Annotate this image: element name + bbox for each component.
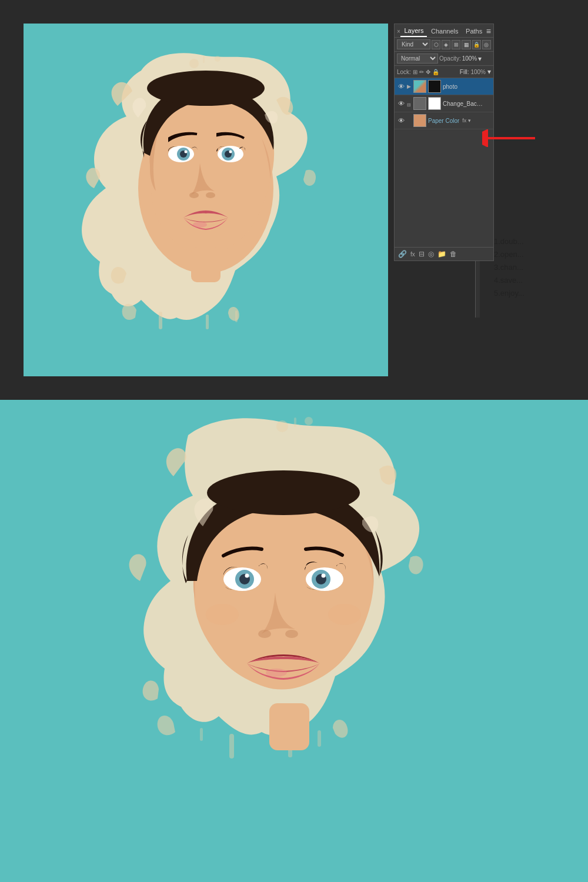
svg-rect-2: [206, 315, 209, 329]
layers-empty-area: [395, 129, 493, 247]
layer-extra-icons: ⊟: [407, 98, 412, 109]
svg-point-29: [305, 417, 313, 425]
panel-tabs: × Layers Channels Paths ≡: [395, 24, 493, 38]
instruction-line-5: 5.enjoy...: [494, 287, 524, 300]
filter-icon-4[interactable]: ▦: [462, 40, 470, 49]
svg-rect-31: [269, 703, 309, 750]
lock-row: Lock: ⊞ ✏ ✥ 🔒 Fill: 100% ▾: [395, 66, 493, 78]
bottom-icon-mask[interactable]: ⊟: [419, 250, 425, 258]
panel-close[interactable]: ×: [397, 28, 400, 35]
lock-icon-transparent[interactable]: ⊞: [413, 69, 417, 75]
svg-point-5: [215, 56, 220, 62]
bottom-icon-trash[interactable]: 🗑: [450, 250, 457, 258]
fx-arrow-paper[interactable]: ▾: [468, 118, 471, 123]
svg-point-42: [285, 630, 298, 638]
blend-mode-select[interactable]: Normal: [397, 54, 438, 64]
filter-icon-2[interactable]: ◈: [442, 40, 450, 49]
svg-point-43: [266, 669, 287, 677]
svg-point-40: [322, 574, 326, 578]
lock-icon-paint[interactable]: ✏: [419, 69, 424, 75]
bottom-icon-folder[interactable]: 📁: [437, 250, 446, 258]
svg-rect-30: [294, 417, 296, 427]
filter-row: Kind ⬡ ◈ ⊞ ▦ 🔒 ◎: [395, 38, 493, 52]
svg-rect-3: [235, 310, 238, 322]
layer-name-photo: photo: [443, 83, 457, 90]
top-section: × Layers Channels Paths ≡ Kind ⬡ ◈ ⊞ ▦ 🔒…: [0, 0, 588, 400]
canvas-artwork: [24, 24, 388, 376]
layer-visibility-change-back[interactable]: 👁: [397, 99, 405, 108]
layer-visibility-photo[interactable]: 👁: [397, 82, 405, 91]
svg-point-28: [276, 420, 288, 432]
instruction-line-3: 3.chan...: [494, 261, 524, 274]
instruction-line-1: 1.doub...: [494, 235, 524, 248]
bottom-artwork: [0, 400, 588, 882]
layer-thumb-change-back: [413, 97, 426, 110]
layer-mask-change-back: [428, 97, 441, 110]
layer-name-paper-color: Paper Color: [428, 118, 459, 124]
bottom-icon-fx[interactable]: fx: [410, 251, 415, 258]
instruction-line-2: 2.open...: [494, 248, 524, 261]
svg-point-16: [229, 151, 232, 153]
filter-icon-6[interactable]: ◎: [482, 40, 491, 49]
instruction-line-4: 4.save...: [494, 274, 524, 287]
bottom-section: [0, 400, 588, 882]
svg-point-8: [147, 71, 265, 106]
layer-mask-photo: [428, 80, 441, 93]
svg-point-17: [189, 192, 199, 198]
lock-icon-move[interactable]: ✥: [426, 69, 430, 75]
svg-rect-24: [229, 734, 234, 759]
blending-row: Normal Opacity: 100% ▾: [395, 52, 493, 66]
layer-row-paper-color[interactable]: 👁 Paper Color fx ▾: [395, 112, 493, 129]
opacity-arrow[interactable]: ▾: [478, 55, 482, 63]
svg-point-12: [185, 151, 188, 153]
svg-point-32: [207, 470, 360, 515]
svg-rect-27: [200, 728, 203, 741]
lock-icon-all[interactable]: 🔒: [432, 69, 439, 75]
instructions-text: 1.doub... 2.open... 3.chan... 4.save... …: [494, 235, 524, 300]
lock-label: Lock:: [397, 69, 411, 75]
layer-thumb-paper-color: [413, 114, 426, 127]
svg-point-44: [206, 604, 239, 625]
layer-visibility-paper-color[interactable]: 👁: [397, 116, 405, 125]
layer-thumb-photo: [413, 80, 426, 93]
canvas-area: [24, 24, 388, 376]
svg-point-4: [189, 59, 199, 68]
layer-row-photo[interactable]: 👁 ▶ photo: [395, 78, 493, 95]
svg-point-19: [193, 222, 207, 228]
svg-point-18: [206, 192, 215, 198]
opacity-label: Opacity:: [439, 55, 461, 62]
svg-rect-6: [203, 56, 205, 63]
panel-bottom-bar: 🔗 fx ⊟ ◎ 📁 🗑: [395, 247, 493, 260]
fill-value: 100%: [470, 69, 486, 75]
fx-badge-paper: fx: [462, 118, 466, 123]
svg-point-41: [258, 630, 271, 638]
tab-layers[interactable]: Layers: [400, 25, 427, 37]
svg-rect-20: [191, 247, 220, 282]
svg-rect-26: [318, 730, 321, 747]
layer-name-change-back: Change_Back...: [443, 101, 484, 107]
tab-paths[interactable]: Paths: [462, 26, 486, 36]
ps-panel: × Layers Channels Paths ≡ Kind ⬡ ◈ ⊞ ▦ 🔒…: [394, 24, 494, 261]
tab-channels[interactable]: Channels: [427, 26, 462, 36]
bottom-icon-link[interactable]: 🔗: [398, 250, 407, 258]
layer-row-change-back[interactable]: 👁 ⊟ Change_Back...: [395, 95, 493, 112]
bottom-icon-shape[interactable]: ◎: [428, 250, 434, 258]
filter-select[interactable]: Kind: [397, 39, 430, 49]
red-arrow: [482, 129, 541, 149]
svg-point-45: [328, 604, 361, 625]
filter-icon-5[interactable]: 🔒: [472, 40, 481, 49]
svg-rect-1: [159, 312, 162, 329]
filter-icon-3[interactable]: ⊞: [452, 40, 460, 49]
layer-link-icon: ▶: [407, 83, 412, 89]
fill-arrow[interactable]: ▾: [487, 68, 491, 76]
svg-point-36: [245, 574, 249, 578]
panel-menu-icon[interactable]: ≡: [486, 26, 491, 36]
filter-icon-1[interactable]: ⬡: [432, 40, 440, 49]
fill-label: Fill:: [460, 69, 469, 75]
opacity-value: 100%: [462, 55, 477, 62]
